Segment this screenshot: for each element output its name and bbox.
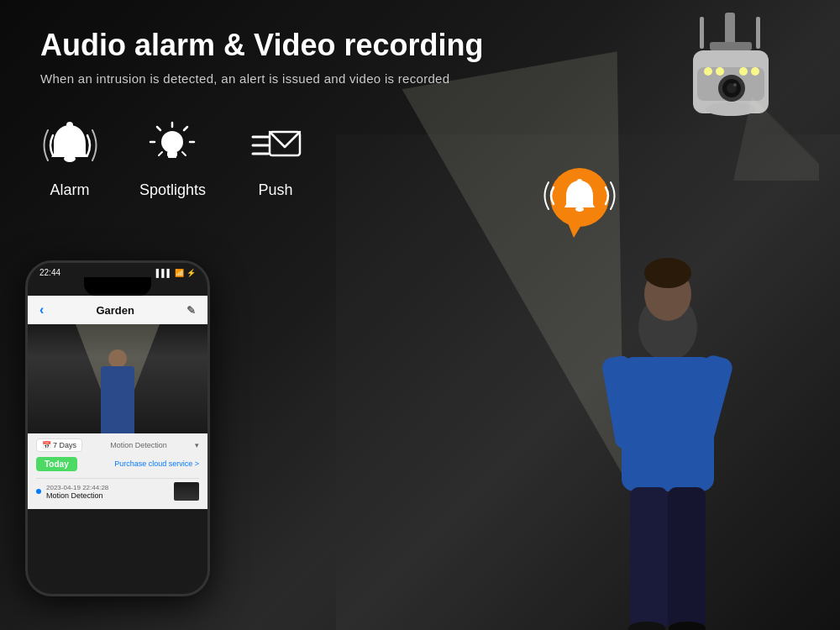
svg-point-9 bbox=[751, 67, 759, 76]
svg-point-31 bbox=[64, 155, 76, 162]
spotlights-label: Spotlights bbox=[139, 181, 206, 199]
svg-rect-2 bbox=[700, 17, 704, 49]
svg-line-40 bbox=[182, 152, 186, 155]
spotlight-icon-container bbox=[144, 116, 202, 175]
phone-video-person-body bbox=[101, 366, 134, 433]
calendar-icon: 📅 bbox=[42, 441, 51, 449]
signal-icon: ▌▌▌ bbox=[156, 269, 172, 277]
event-row: 2023-04-19 22:44:28 Motion Detection bbox=[36, 478, 199, 504]
cloud-service-link[interactable]: Purchase cloud service > bbox=[114, 459, 199, 468]
event-info: 2023-04-19 22:44:28 Motion Detection bbox=[46, 484, 169, 500]
phone-status-bar: 22:44 ▌▌▌ 📶 ⚡ bbox=[28, 263, 207, 277]
svg-line-41 bbox=[159, 152, 162, 155]
event-name: Motion Detection bbox=[46, 491, 169, 500]
alarm-icon-container bbox=[40, 116, 99, 175]
push-notification-icon bbox=[246, 118, 305, 173]
today-button[interactable]: Today bbox=[36, 457, 77, 471]
svg-rect-0 bbox=[725, 13, 735, 46]
svg-rect-1 bbox=[710, 42, 752, 50]
svg-marker-17 bbox=[567, 221, 584, 238]
event-thumbnail bbox=[174, 482, 199, 501]
feature-alarm: Alarm bbox=[40, 116, 99, 199]
svg-point-7 bbox=[716, 67, 724, 76]
event-dot bbox=[36, 489, 41, 494]
motion-detection-label: Motion Detection bbox=[110, 441, 167, 449]
app-title: Garden bbox=[96, 304, 134, 317]
phone-status-icons: ▌▌▌ 📶 ⚡ bbox=[156, 269, 196, 277]
days-label: 7 Days bbox=[53, 441, 76, 449]
svg-line-36 bbox=[184, 127, 187, 130]
battery-icon: ⚡ bbox=[186, 269, 196, 277]
svg-rect-18 bbox=[577, 179, 582, 183]
svg-rect-30 bbox=[66, 122, 73, 129]
days-filter-button[interactable]: 📅 7 Days bbox=[36, 438, 82, 452]
edit-icon[interactable]: ✎ bbox=[186, 304, 196, 317]
wifi-icon: 📶 bbox=[175, 269, 184, 277]
phone-time: 22:44 bbox=[39, 268, 60, 277]
phone-app-header: ‹ Garden ✎ bbox=[28, 296, 207, 324]
svg-rect-3 bbox=[756, 17, 760, 49]
chevron-down-icon: ▾ bbox=[195, 441, 199, 449]
phone-notch bbox=[84, 277, 151, 296]
push-icon-container bbox=[246, 116, 305, 175]
svg-point-32 bbox=[161, 131, 183, 153]
phone-video-person-head bbox=[108, 349, 127, 368]
push-label: Push bbox=[259, 181, 293, 199]
phone-mockup: 22:44 ▌▌▌ 📶 ⚡ ‹ Garden ✎ bbox=[25, 260, 227, 613]
event-time: 2023-04-19 22:44:28 bbox=[46, 484, 169, 491]
svg-point-8 bbox=[739, 67, 748, 76]
feature-spotlights: Spotlights bbox=[139, 116, 206, 199]
phone-timeline-header: 📅 7 Days Motion Detection ▾ bbox=[36, 438, 199, 452]
svg-point-13 bbox=[733, 83, 737, 87]
event-thumbnail-image bbox=[174, 482, 199, 501]
spotlight-icon bbox=[145, 118, 200, 173]
back-arrow-icon[interactable]: ‹ bbox=[39, 302, 44, 318]
phone-frame: 22:44 ▌▌▌ 📶 ⚡ ‹ Garden ✎ bbox=[25, 260, 210, 596]
alarm-bell-icon bbox=[43, 118, 97, 173]
security-camera bbox=[651, 13, 819, 184]
svg-line-38 bbox=[157, 127, 160, 130]
feature-push: Push bbox=[246, 116, 305, 199]
svg-point-6 bbox=[704, 67, 712, 76]
phone-timeline: 📅 7 Days Motion Detection ▾ Today Purcha… bbox=[28, 433, 207, 509]
phone-video-feed bbox=[28, 324, 207, 433]
notification-bubble bbox=[542, 164, 617, 239]
svg-rect-34 bbox=[168, 155, 176, 158]
svg-point-19 bbox=[575, 207, 584, 212]
alarm-label: Alarm bbox=[50, 181, 89, 199]
